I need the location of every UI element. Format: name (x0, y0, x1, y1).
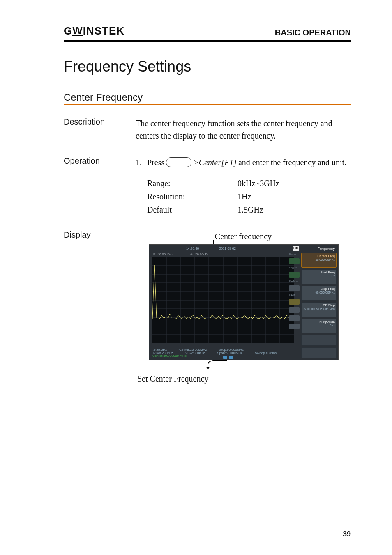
range-value: 0kHz~3GHz (238, 177, 279, 190)
logo-text-left: G (64, 25, 72, 37)
default-label: Default (147, 203, 238, 216)
instr-mini-icons (223, 356, 233, 359)
softkey-sub: 30.000000MHz (303, 258, 335, 261)
status-label: TrDet (289, 294, 300, 296)
spec-block: Range: Resolution: Default 0kHz~3GHz 1Hz… (147, 177, 351, 216)
softkey-label: Stop Freq (321, 287, 335, 291)
softkey-sub: 6.000000MHz Auto Man (303, 308, 335, 311)
instrument-screenshot: 14:20:40 2011-09-02 LXI Ref:0.00dBm Att:… (149, 244, 339, 360)
display-caption: Center frequency (136, 230, 351, 243)
readout-vbw: VBW:300kHz (185, 351, 205, 356)
screenshot-wrap: 14:20:40 2011-09-02 LXI Ref:0.00dBm Att:… (149, 244, 338, 360)
instr-status-icons: Sweep Trigger PreAmp TrDet (289, 253, 300, 329)
display-row: Display Center frequency 14:20:40 2011-0… (64, 228, 351, 387)
resolution-label: Resolution: (147, 190, 238, 203)
display-label: Display (64, 230, 136, 240)
callout-arrow-bottom-icon (206, 359, 231, 371)
softkey-sub: 0Hz (303, 324, 335, 327)
softkey-sub: 60.000000MHz (303, 291, 335, 294)
operation-content: 1. Press >Center[F1] and enter the frequ… (136, 156, 351, 216)
mini-icon (223, 356, 227, 359)
softkey-label: Center Freq (317, 254, 335, 258)
readout-sweep: Sweep:43.6ms (255, 351, 277, 356)
softkey-panel-title: Frequency (301, 246, 337, 251)
status-chip-icon (289, 258, 300, 264)
instr-time: 14:20:40 (186, 246, 199, 251)
instr-status-text: Center:30.000000 MHz (152, 354, 187, 358)
softkey-freq-offset[interactable]: FreqOffset 0Hz (301, 319, 337, 333)
status-chip-icon (289, 307, 300, 313)
softkey-cf-step[interactable]: CF Step 6.000000MHz Auto Man (301, 302, 337, 317)
section-divider (64, 104, 351, 105)
softkey-empty[interactable] (301, 347, 337, 358)
status-label: PreAmp (289, 280, 300, 282)
softkey-empty[interactable] (301, 335, 337, 346)
readout-span: Span:60.000MHz (217, 351, 242, 356)
page-number: 39 (343, 530, 351, 539)
hardkey-placeholder-icon (166, 157, 191, 167)
step-post: and enter the frequency and unit. (238, 156, 346, 169)
logo-text-right: INSTEK (83, 25, 125, 37)
header-section-title: BASIC OPERATION (275, 28, 351, 37)
step-key: >Center[F1] (193, 156, 237, 169)
status-chip-icon (289, 285, 300, 291)
softkey-label: Start Freq (320, 271, 335, 274)
description-label: Description (64, 117, 136, 127)
instr-att: Att:20.00dB (190, 252, 208, 257)
operation-label: Operation (64, 156, 136, 166)
spectrum-plot (152, 257, 294, 343)
page-header: GWINSTEK BASIC OPERATION (64, 25, 351, 42)
softkey-start-freq[interactable]: Start Freq 0Hz (301, 269, 337, 284)
svg-marker-18 (206, 367, 210, 370)
description-text: The center frequency function sets the c… (136, 117, 351, 142)
description-row: Description The center frequency functio… (64, 115, 351, 144)
status-label: Sweep (289, 253, 300, 255)
section-heading: Center Frequency (64, 92, 351, 103)
spec-labels: Range: Resolution: Default (147, 177, 238, 216)
brand-logo: GWINSTEK (64, 25, 125, 37)
mini-icon (229, 356, 233, 359)
resolution-value: 1Hz (238, 190, 279, 203)
operation-step: 1. Press >Center[F1] and enter the frequ… (136, 156, 351, 169)
lxi-badge: LXI (293, 246, 299, 251)
default-value: 1.5GHz (238, 203, 279, 216)
softkey-label: CF Step (323, 303, 335, 307)
status-chip-icon (289, 272, 300, 278)
set-caption: Set Center Frequency (137, 372, 351, 385)
status-chip-icon (289, 324, 300, 329)
status-chip-icon (289, 315, 300, 321)
spec-values: 0kHz~3GHz 1Hz 1.5GHz (238, 177, 279, 216)
operation-row: Operation 1. Press >Center[F1] and enter… (64, 154, 351, 219)
spectrum-svg-icon (152, 257, 294, 343)
status-label: Trigger (289, 266, 300, 269)
softkey-sub: 0Hz (303, 275, 335, 278)
step-pre: Press (147, 156, 164, 169)
softkey-panel: Frequency Center Freq 30.000000MHz Start… (301, 246, 337, 358)
logo-text-u: W (72, 26, 83, 36)
page: GWINSTEK BASIC OPERATION Frequency Setti… (0, 0, 392, 555)
softkey-label: FreqOffset (319, 320, 335, 324)
softkey-stop-freq[interactable]: Stop Freq 60.000000MHz (301, 286, 337, 301)
softkey-center-freq[interactable]: Center Freq 30.000000MHz (301, 253, 337, 268)
instr-date: 2011-09-02 (219, 246, 236, 251)
page-title: Frequency Settings (64, 58, 351, 75)
step-number: 1. (136, 156, 142, 169)
instr-ref: Ref:0.00dBm (153, 252, 173, 257)
status-chip-icon (289, 299, 300, 305)
row-divider (64, 148, 351, 148)
display-content: Center frequency 14:20:40 2011-09-02 LXI… (136, 230, 351, 385)
range-label: Range: (147, 177, 238, 190)
